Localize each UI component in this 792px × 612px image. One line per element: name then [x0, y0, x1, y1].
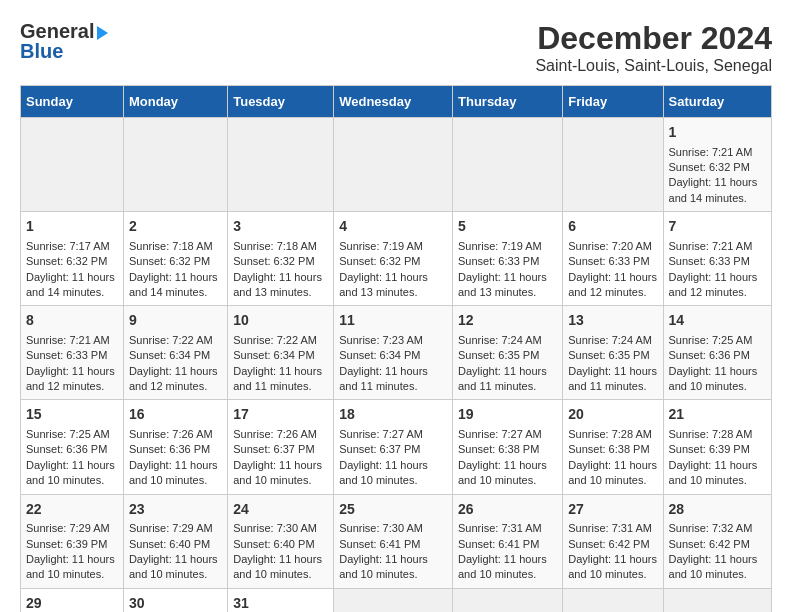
subtitle: Saint-Louis, Saint-Louis, Senegal [535, 57, 772, 75]
calendar-week-row: 22Sunrise: 7:29 AMSunset: 6:39 PMDayligh… [21, 494, 772, 588]
table-row [228, 118, 334, 212]
sunrise-text: Sunrise: 7:26 AM [129, 428, 213, 440]
col-wednesday: Wednesday [334, 86, 453, 118]
table-row: 1Sunrise: 7:21 AMSunset: 6:32 PMDaylight… [663, 118, 771, 212]
sunset-text: Sunset: 6:39 PM [669, 443, 750, 455]
day-number: 4 [339, 217, 447, 237]
sunrise-text: Sunrise: 7:26 AM [233, 428, 317, 440]
calendar-week-row: 15Sunrise: 7:25 AMSunset: 6:36 PMDayligh… [21, 400, 772, 494]
table-row: 19Sunrise: 7:27 AMSunset: 6:38 PMDayligh… [453, 400, 563, 494]
sunrise-text: Sunrise: 7:28 AM [669, 428, 753, 440]
table-row: 5Sunrise: 7:19 AMSunset: 6:33 PMDaylight… [453, 212, 563, 306]
day-number: 7 [669, 217, 766, 237]
calendar-header-row: Sunday Monday Tuesday Wednesday Thursday… [21, 86, 772, 118]
sunrise-text: Sunrise: 7:19 AM [458, 240, 542, 252]
sunset-text: Sunset: 6:33 PM [458, 255, 539, 267]
sunset-text: Sunset: 6:32 PM [339, 255, 420, 267]
daylight-text: Daylight: 11 hours and 10 minutes. [669, 553, 758, 580]
calendar-week-row: 1Sunrise: 7:21 AMSunset: 6:32 PMDaylight… [21, 118, 772, 212]
sunset-text: Sunset: 6:32 PM [233, 255, 314, 267]
table-row: 9Sunrise: 7:22 AMSunset: 6:34 PMDaylight… [123, 306, 227, 400]
table-row: 22Sunrise: 7:29 AMSunset: 6:39 PMDayligh… [21, 494, 124, 588]
sunset-text: Sunset: 6:39 PM [26, 538, 107, 550]
sunset-text: Sunset: 6:38 PM [458, 443, 539, 455]
daylight-text: Daylight: 11 hours and 14 minutes. [26, 271, 115, 298]
sunset-text: Sunset: 6:33 PM [26, 349, 107, 361]
sunset-text: Sunset: 6:41 PM [339, 538, 420, 550]
daylight-text: Daylight: 11 hours and 11 minutes. [458, 365, 547, 392]
sunrise-text: Sunrise: 7:28 AM [568, 428, 652, 440]
table-row: 17Sunrise: 7:26 AMSunset: 6:37 PMDayligh… [228, 400, 334, 494]
sunrise-text: Sunrise: 7:22 AM [233, 334, 317, 346]
daylight-text: Daylight: 11 hours and 10 minutes. [669, 459, 758, 486]
sunset-text: Sunset: 6:32 PM [26, 255, 107, 267]
table-row: 27Sunrise: 7:31 AMSunset: 6:42 PMDayligh… [563, 494, 663, 588]
day-number: 13 [568, 311, 657, 331]
day-number: 3 [233, 217, 328, 237]
day-number: 31 [233, 594, 328, 612]
logo-general-text: General [20, 20, 94, 42]
sunset-text: Sunset: 6:32 PM [129, 255, 210, 267]
sunset-text: Sunset: 6:38 PM [568, 443, 649, 455]
col-thursday: Thursday [453, 86, 563, 118]
daylight-text: Daylight: 11 hours and 12 minutes. [129, 365, 218, 392]
table-row: 26Sunrise: 7:31 AMSunset: 6:41 PMDayligh… [453, 494, 563, 588]
day-number: 9 [129, 311, 222, 331]
table-row: 1Sunrise: 7:17 AMSunset: 6:32 PMDaylight… [21, 212, 124, 306]
sunrise-text: Sunrise: 7:29 AM [26, 522, 110, 534]
calendar-week-row: 8Sunrise: 7:21 AMSunset: 6:33 PMDaylight… [21, 306, 772, 400]
calendar-week-row: 1Sunrise: 7:17 AMSunset: 6:32 PMDaylight… [21, 212, 772, 306]
table-row: 28Sunrise: 7:32 AMSunset: 6:42 PMDayligh… [663, 494, 771, 588]
day-number: 6 [568, 217, 657, 237]
day-number: 1 [26, 217, 118, 237]
day-number: 28 [669, 500, 766, 520]
day-number: 8 [26, 311, 118, 331]
sunrise-text: Sunrise: 7:21 AM [26, 334, 110, 346]
sunset-text: Sunset: 6:40 PM [233, 538, 314, 550]
day-number: 27 [568, 500, 657, 520]
table-row: 20Sunrise: 7:28 AMSunset: 6:38 PMDayligh… [563, 400, 663, 494]
daylight-text: Daylight: 11 hours and 10 minutes. [339, 553, 428, 580]
table-row [563, 118, 663, 212]
day-number: 17 [233, 405, 328, 425]
col-friday: Friday [563, 86, 663, 118]
col-tuesday: Tuesday [228, 86, 334, 118]
sunrise-text: Sunrise: 7:19 AM [339, 240, 423, 252]
sunrise-text: Sunrise: 7:30 AM [339, 522, 423, 534]
logo-blue-text: Blue [20, 40, 63, 63]
sunset-text: Sunset: 6:33 PM [669, 255, 750, 267]
day-number: 14 [669, 311, 766, 331]
daylight-text: Daylight: 11 hours and 12 minutes. [26, 365, 115, 392]
day-number: 10 [233, 311, 328, 331]
table-row: 21Sunrise: 7:28 AMSunset: 6:39 PMDayligh… [663, 400, 771, 494]
daylight-text: Daylight: 11 hours and 14 minutes. [129, 271, 218, 298]
day-number: 20 [568, 405, 657, 425]
day-number: 18 [339, 405, 447, 425]
table-row: 15Sunrise: 7:25 AMSunset: 6:36 PMDayligh… [21, 400, 124, 494]
table-row [334, 118, 453, 212]
table-row: 4Sunrise: 7:19 AMSunset: 6:32 PMDaylight… [334, 212, 453, 306]
table-row: 10Sunrise: 7:22 AMSunset: 6:34 PMDayligh… [228, 306, 334, 400]
logo-arrow-icon [97, 26, 108, 40]
table-row [123, 118, 227, 212]
day-number: 23 [129, 500, 222, 520]
table-row [563, 588, 663, 612]
daylight-text: Daylight: 11 hours and 13 minutes. [458, 271, 547, 298]
table-row: 25Sunrise: 7:30 AMSunset: 6:41 PMDayligh… [334, 494, 453, 588]
day-number: 16 [129, 405, 222, 425]
sunset-text: Sunset: 6:37 PM [339, 443, 420, 455]
sunrise-text: Sunrise: 7:21 AM [669, 240, 753, 252]
table-row: 24Sunrise: 7:30 AMSunset: 6:40 PMDayligh… [228, 494, 334, 588]
table-row: 14Sunrise: 7:25 AMSunset: 6:36 PMDayligh… [663, 306, 771, 400]
col-saturday: Saturday [663, 86, 771, 118]
sunset-text: Sunset: 6:41 PM [458, 538, 539, 550]
page-header: General Blue December 2024 Saint-Louis, … [20, 20, 772, 75]
calendar-table: Sunday Monday Tuesday Wednesday Thursday… [20, 85, 772, 612]
daylight-text: Daylight: 11 hours and 10 minutes. [568, 553, 657, 580]
day-number: 30 [129, 594, 222, 612]
sunrise-text: Sunrise: 7:32 AM [669, 522, 753, 534]
table-row: 12Sunrise: 7:24 AMSunset: 6:35 PMDayligh… [453, 306, 563, 400]
daylight-text: Daylight: 11 hours and 10 minutes. [339, 459, 428, 486]
day-number: 15 [26, 405, 118, 425]
day-number: 24 [233, 500, 328, 520]
